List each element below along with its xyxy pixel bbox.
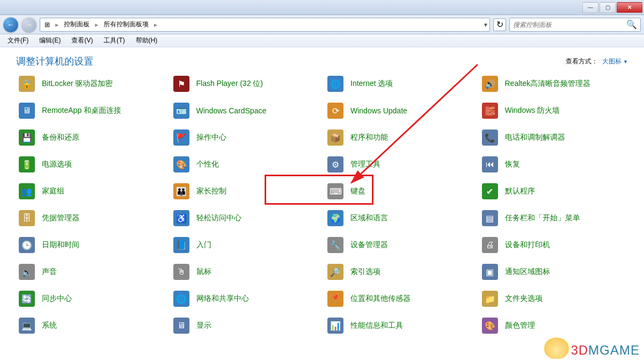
cp-item-24[interactable]: 🕒日期和时间 [16, 236, 165, 254]
cp-item-label: Realtek高清晰音频管理器 [505, 79, 590, 89]
cp-item-38[interactable]: 📊性能信息和工具 [325, 317, 474, 334]
cp-item-32[interactable]: 🔄同步中心 [16, 290, 165, 307]
cp-item-icon: 📍 [327, 290, 344, 307]
nav-forward-button[interactable]: → [21, 17, 36, 32]
control-panel-grid: 🔒BitLocker 驱动器加密⚑Flash Player (32 位)🌐Int… [16, 75, 633, 334]
cp-item-icon: ▤ [481, 210, 499, 227]
cp-item-4[interactable]: 🖥RemoteApp 和桌面连接 [16, 102, 165, 119]
menu-edit[interactable]: 编辑(E) [35, 34, 65, 47]
cp-item-label: 通知区域图标 [505, 267, 550, 277]
cp-item-icon: ⟳ [327, 102, 344, 119]
cp-item-icon: 🧱 [481, 102, 499, 119]
watermark: 3DMGAME [571, 343, 640, 358]
cp-item-label: RemoteApp 和桌面连接 [42, 106, 121, 116]
cp-item-33[interactable]: 🌐网络和共享中心 [171, 290, 320, 307]
cp-item-icon: 🔒 [18, 75, 35, 92]
cp-item-8[interactable]: 💾备份和还原 [16, 129, 165, 146]
cp-item-label: 同步中心 [42, 294, 72, 304]
cp-item-icon: ♿ [173, 210, 190, 227]
minimize-button[interactable]: — [582, 2, 598, 13]
cp-item-9[interactable]: 🚩操作中心 [171, 129, 320, 146]
chevron-right-icon: ▸ [53, 21, 61, 28]
cp-item-icon: 🪪 [173, 102, 190, 119]
cp-item-label: Windows Update [350, 106, 407, 115]
cp-item-icon: 🌍 [327, 210, 344, 227]
cp-item-label: 家庭组 [42, 186, 64, 196]
window-titlebar: — ▢ ✕ [0, 0, 644, 15]
cp-item-12[interactable]: 🔋电源选项 [16, 156, 165, 173]
cp-item-label: Flash Player (32 位) [196, 79, 263, 89]
cp-item-20[interactable]: 🗄凭据管理器 [16, 210, 165, 227]
cp-item-7[interactable]: 🧱Windows 防火墙 [479, 102, 628, 119]
cp-item-31[interactable]: ▣通知区域图标 [479, 263, 628, 280]
cp-item-22[interactable]: 🌍区域和语言 [325, 210, 474, 227]
breadcrumb-item-0[interactable]: 控制面板 [62, 19, 92, 30]
cp-item-11[interactable]: 📞电话和调制解调器 [479, 129, 628, 146]
refresh-button[interactable]: ↻ [493, 18, 506, 31]
menu-view[interactable]: 查看(V) [67, 34, 97, 47]
cp-item-29[interactable]: 🖱鼠标 [171, 263, 320, 280]
view-control: 查看方式： 大图标 ▼ [566, 57, 628, 66]
cp-item-label: 程序和功能 [350, 133, 388, 142]
nav-back-button[interactable]: ← [3, 17, 18, 32]
menubar: 文件(F) 编辑(E) 查看(V) 工具(T) 帮助(H) [0, 34, 644, 47]
cp-item-26[interactable]: 🔧设备管理器 [325, 236, 474, 254]
cp-item-18[interactable]: ⌨键盘 [325, 183, 474, 200]
cp-item-label: 凭据管理器 [42, 213, 79, 223]
cp-item-label: 轻松访问中心 [196, 213, 241, 223]
cp-item-39[interactable]: 🎨颜色管理 [479, 317, 628, 334]
cp-item-0[interactable]: 🔒BitLocker 驱动器加密 [16, 75, 165, 92]
cp-item-icon: 🔎 [327, 263, 344, 280]
cp-item-21[interactable]: ♿轻松访问中心 [171, 210, 320, 227]
cp-item-label: 任务栏和「开始」菜单 [505, 213, 580, 223]
search-icon[interactable]: 🔍 [626, 19, 637, 30]
cp-item-label: 家长控制 [196, 186, 226, 196]
view-label: 查看方式： [566, 57, 598, 66]
search-input[interactable] [513, 21, 626, 28]
menu-file[interactable]: 文件(F) [3, 34, 33, 47]
cp-item-icon: ▣ [481, 263, 499, 280]
cp-item-10[interactable]: 📦程序和功能 [325, 129, 474, 146]
menu-help[interactable]: 帮助(H) [131, 34, 162, 47]
search-box[interactable]: 🔍 [509, 18, 641, 32]
cp-item-6[interactable]: ⟳Windows Update [325, 102, 474, 119]
cp-item-13[interactable]: 🎨个性化 [171, 156, 320, 173]
cp-item-icon: 💻 [18, 317, 35, 334]
cp-item-icon: 🖨 [481, 236, 499, 254]
cp-item-25[interactable]: 📘入门 [171, 236, 320, 254]
cp-item-15[interactable]: ⏮恢复 [479, 156, 628, 173]
cp-item-3[interactable]: 🔊Realtek高清晰音频管理器 [479, 75, 628, 92]
panel-icon: ⊞ [42, 20, 52, 30]
cp-item-35[interactable]: 📁文件夹选项 [479, 290, 628, 307]
cp-item-label: 设备和打印机 [505, 240, 550, 250]
cp-item-icon: 🕒 [18, 236, 35, 254]
cp-item-16[interactable]: 👥家庭组 [16, 183, 165, 200]
breadcrumb-item-1[interactable]: 所有控制面板项 [101, 19, 151, 30]
page-title: 调整计算机的设置 [16, 55, 93, 68]
view-mode-dropdown[interactable]: 大图标 ▼ [602, 57, 628, 66]
cp-item-30[interactable]: 🔎索引选项 [325, 263, 474, 280]
menu-tools[interactable]: 工具(T) [99, 34, 129, 47]
cp-item-2[interactable]: 🌐Internet 选项 [325, 75, 474, 92]
breadcrumb[interactable]: ⊞ ▸ 控制面板 ▸ 所有控制面板项 ▸ ▾ [40, 18, 490, 32]
cp-item-23[interactable]: ▤任务栏和「开始」菜单 [479, 210, 628, 227]
cp-item-14[interactable]: ⚙管理工具 [325, 156, 474, 173]
cp-item-label: 设备管理器 [350, 240, 388, 250]
cp-item-36[interactable]: 💻系统 [16, 317, 165, 334]
cp-item-icon: 🌐 [173, 290, 190, 307]
dropdown-icon[interactable]: ▾ [484, 21, 487, 28]
close-button[interactable]: ✕ [617, 2, 642, 13]
cp-item-17[interactable]: 👪家长控制 [171, 183, 320, 200]
cp-item-5[interactable]: 🪪Windows CardSpace [171, 102, 320, 119]
cp-item-28[interactable]: 🔈声音 [16, 263, 165, 280]
cp-item-label: BitLocker 驱动器加密 [42, 79, 113, 89]
cp-item-label: 网络和共享中心 [196, 294, 249, 304]
cp-item-1[interactable]: ⚑Flash Player (32 位) [171, 75, 320, 92]
cp-item-icon: 🗄 [18, 210, 35, 227]
cp-item-34[interactable]: 📍位置和其他传感器 [325, 290, 474, 307]
cp-item-19[interactable]: ✔默认程序 [479, 183, 628, 200]
cp-item-37[interactable]: 🖥显示 [171, 317, 320, 334]
maximize-button[interactable]: ▢ [599, 2, 616, 13]
cp-item-27[interactable]: 🖨设备和打印机 [479, 236, 628, 254]
address-bar: ← → ⊞ ▸ 控制面板 ▸ 所有控制面板项 ▸ ▾ ↻ 🔍 [0, 15, 644, 34]
